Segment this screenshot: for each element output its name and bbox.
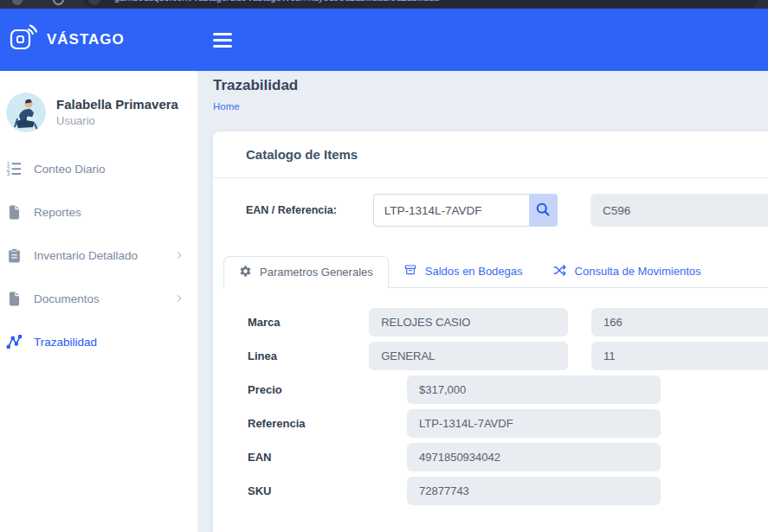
user-name: Falabella Primavera <box>56 97 178 112</box>
page-title: Trazabilidad <box>213 77 768 94</box>
search-icon <box>534 201 552 221</box>
sidebar-menu: 1 2 3 Conteo Diario Reportes <box>0 147 197 363</box>
sidebar-item-documentos[interactable]: Documentos <box>0 277 197 320</box>
sidebar-item-label: Reportes <box>34 206 81 219</box>
catalog-card: Catalogo de Items EAN / Referencia: <box>213 131 768 532</box>
item-code-field <box>591 194 768 227</box>
sidebar-item-trazabilidad[interactable]: Trazabilidad <box>0 320 197 363</box>
hamburger-menu-icon[interactable] <box>213 29 232 51</box>
sidebar-item-label: Inventario Detallado <box>34 249 138 262</box>
main-content: Trazabilidad Home Catalogo de Items EAN … <box>197 71 768 532</box>
brand-title: VÁSTAGO <box>47 31 125 48</box>
gear-icon <box>239 265 252 280</box>
field-label: EAN <box>248 451 407 464</box>
field-row-linea: Linea <box>248 342 768 370</box>
site-info-icon[interactable] <box>88 0 100 5</box>
field-label: Linea <box>248 349 369 362</box>
card-title: Catalogo de Items <box>246 147 358 162</box>
ean-field <box>407 443 661 471</box>
tab-consulta-de-movimientos[interactable]: Consulta de Movimientos <box>538 255 716 287</box>
marca-code-field <box>591 308 768 337</box>
top-navbar: VÁSTAGO <box>0 9 768 71</box>
sidebar-item-label: Trazabilidad <box>34 336 97 349</box>
field-label: SKU <box>248 484 407 497</box>
file-icon <box>4 289 23 308</box>
field-row-referencia: Referencia <box>248 409 768 438</box>
svg-text:3: 3 <box>7 170 10 176</box>
parametros-generales-panel: Marca Linea Precio Referencia <box>248 308 768 505</box>
user-block: Falabella Primavera Usuario <box>0 71 197 132</box>
reload-icon[interactable] <box>53 0 64 5</box>
app-window: gamboutique.com/Vastago/dist/VastagoWeb/… <box>0 0 768 532</box>
referencia-field <box>407 409 661 438</box>
sidebar: Falabella Primavera Usuario 1 2 3 Conteo… <box>0 71 197 532</box>
sidebar-item-reportes[interactable]: Reportes <box>0 190 197 234</box>
browser-chrome: gamboutique.com/Vastago/dist/VastagoWeb/… <box>0 0 768 9</box>
linea-code-field <box>591 342 768 370</box>
field-label: Marca <box>248 316 369 329</box>
marca-field <box>369 308 568 337</box>
breadcrumb-home-link[interactable]: Home <box>213 101 240 112</box>
sidebar-item-inventario-detallado[interactable]: Inventario Detallado <box>0 234 197 277</box>
sidebar-item-conteo-diario[interactable]: 1 2 3 Conteo Diario <box>0 147 197 190</box>
tab-label: Parametros Generales <box>260 266 373 279</box>
address-bar[interactable]: gamboutique.com/Vastago/dist/VastagoWeb/… <box>83 0 758 8</box>
tabs: Parametros Generales Saldos en Bodegas <box>223 256 768 288</box>
chevron-right-icon <box>174 250 184 260</box>
sku-field <box>407 477 661 505</box>
tab-parametros-generales[interactable]: Parametros Generales <box>223 256 389 288</box>
field-row-ean: EAN <box>248 443 768 471</box>
shuffle-icon <box>552 263 567 280</box>
file-icon <box>4 202 23 221</box>
ean-search-label: EAN / Referencia: <box>246 204 373 216</box>
rfid-logo-icon <box>8 22 39 57</box>
numbered-list-icon: 1 2 3 <box>4 159 23 178</box>
precio-field <box>407 375 661 404</box>
sidebar-item-label: Conteo Diario <box>34 163 106 176</box>
search-button[interactable] <box>529 194 558 227</box>
field-row-precio: Precio <box>248 375 768 404</box>
tab-saldos-en-bodegas[interactable]: Saldos en Bodegas <box>389 255 538 287</box>
user-avatar <box>6 93 46 132</box>
browser-tab-favicon <box>12 0 23 5</box>
tab-label: Consulta de Movimientos <box>575 265 701 278</box>
field-label: Referencia <box>248 417 407 430</box>
brand[interactable]: VÁSTAGO <box>0 22 197 57</box>
ean-search-row: EAN / Referencia: <box>246 194 768 227</box>
field-row-sku: SKU <box>248 477 768 505</box>
tab-label: Saldos en Bodegas <box>425 265 523 278</box>
sidebar-item-label: Documentos <box>34 292 100 305</box>
user-role: Usuario <box>56 114 178 127</box>
ean-search-input[interactable] <box>373 194 529 227</box>
field-row-marca: Marca <box>248 308 768 337</box>
url-text: gamboutique.com/Vastago/dist/VastagoWeb/… <box>114 0 439 3</box>
network-icon <box>4 332 23 351</box>
clipboard-icon <box>4 246 23 265</box>
linea-field <box>369 342 568 370</box>
chevron-right-icon <box>174 293 184 304</box>
archive-icon <box>403 263 417 279</box>
field-label: Precio <box>248 383 407 396</box>
